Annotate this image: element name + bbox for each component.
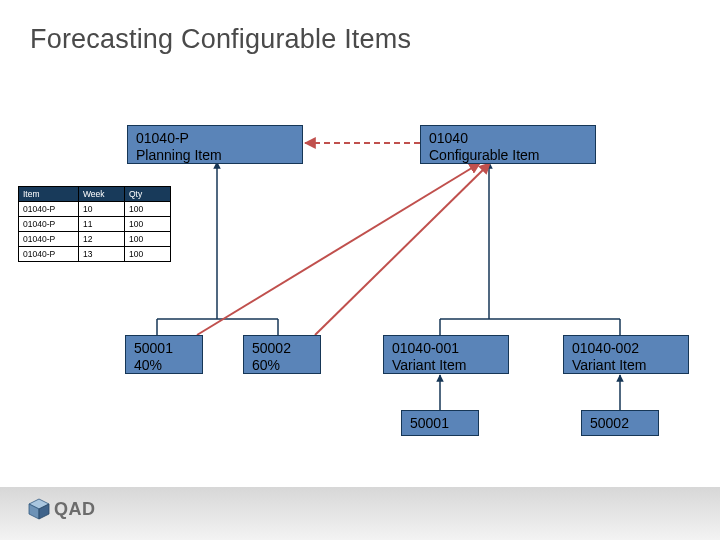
table-row: 01040-P 12 100 xyxy=(19,232,171,247)
logo-text: QAD xyxy=(54,499,96,520)
variant-002-box: 01040-002 Variant Item xyxy=(563,335,689,374)
configurable-line2: Configurable Item xyxy=(429,147,587,164)
th-week: Week xyxy=(79,187,125,202)
planning-line1: 01040-P xyxy=(136,130,294,147)
component-50001: 50001 xyxy=(401,410,479,436)
table-row: 01040-P 10 100 xyxy=(19,202,171,217)
cube-icon xyxy=(28,498,50,520)
page-title: Forecasting Configurable Items xyxy=(30,24,411,55)
svg-line-9 xyxy=(197,163,480,335)
plan-bom-50002: 50002 60% xyxy=(243,335,321,374)
planning-line2: Planning Item xyxy=(136,147,294,164)
configurable-line1: 01040 xyxy=(429,130,587,147)
plan-bom-50001: 50001 40% xyxy=(125,335,203,374)
th-qty: Qty xyxy=(125,187,171,202)
connector-layer xyxy=(0,0,720,540)
forecast-table: Item Week Qty 01040-P 10 100 01040-P 11 … xyxy=(18,186,171,262)
planning-item-box: 01040-P Planning Item xyxy=(127,125,303,164)
svg-line-10 xyxy=(315,163,490,335)
footer-band xyxy=(0,487,720,540)
table-header-row: Item Week Qty xyxy=(19,187,171,202)
slide-root: Forecasting Configurable Items xyxy=(0,0,720,540)
variant-001-box: 01040-001 Variant Item xyxy=(383,335,509,374)
configurable-item-box: 01040 Configurable Item xyxy=(420,125,596,164)
component-50002: 50002 xyxy=(581,410,659,436)
th-item: Item xyxy=(19,187,79,202)
table-row: 01040-P 11 100 xyxy=(19,217,171,232)
qad-logo: QAD xyxy=(28,498,96,520)
table-row: 01040-P 13 100 xyxy=(19,247,171,262)
